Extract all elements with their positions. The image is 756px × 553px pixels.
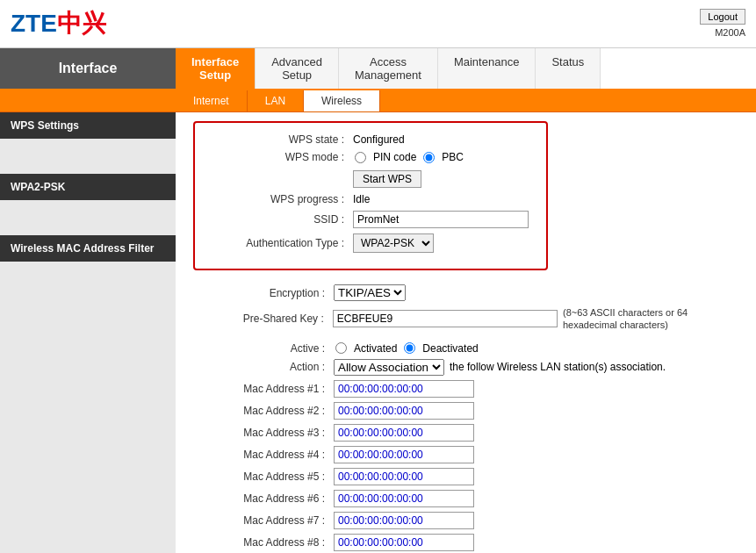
mac-activated-label: Activated [354, 342, 397, 355]
mac-address-7-row: Mac Address #7 : [193, 512, 738, 529]
mac-address-8-input[interactable] [334, 534, 474, 551]
psk-hint: (8~63 ASCII characters or 64 hexadecimal… [563, 306, 738, 332]
mac-action-suffix: the follow Wireless LAN station(s) assoc… [450, 361, 666, 373]
tab-maintenance[interactable]: Maintenance [438, 48, 536, 89]
psk-input[interactable] [333, 310, 558, 327]
encryption-label: Encryption : [193, 287, 334, 299]
wps-mode-row: WPS mode : PIN code PBC [212, 151, 529, 163]
mac-action-row: Action : Allow Association Deny Associat… [193, 359, 738, 376]
mac-address-4-input[interactable] [334, 446, 474, 463]
sidebar-content-mac [0, 262, 176, 437]
wps-progress-text: Idle [353, 193, 370, 205]
auth-type-label: Authentication Type : [212, 237, 353, 249]
ssid-row: SSID : [212, 211, 529, 228]
tab-interface-setup[interactable]: InterfaceSetup [176, 48, 256, 89]
psk-label: Pre-Shared Key : [193, 312, 333, 325]
mac-address-1-value [334, 380, 474, 398]
ssid-value [353, 211, 529, 228]
mac-address-6-row: Mac Address #6 : [193, 490, 738, 507]
mac-active-label: Active : [193, 342, 334, 355]
mac-address-5-input[interactable] [334, 468, 474, 485]
mac-address-1-row: Mac Address #1 : [193, 380, 738, 398]
start-wps-button[interactable]: Start WPS [353, 170, 421, 188]
mac-address-8-row: Mac Address #8 : [193, 534, 738, 551]
encryption-select[interactable]: TKIP/AES TKIP AES [334, 284, 406, 301]
mac-activated-radio[interactable] [335, 342, 347, 354]
wps-mode-pbc-label: PBC [442, 151, 464, 163]
mac-address-3-input[interactable] [334, 424, 474, 442]
ssid-label: SSID : [212, 213, 353, 226]
wps-mode-pbc-radio[interactable] [423, 152, 435, 163]
wps-mode-pin-radio[interactable] [355, 152, 366, 163]
start-wps-row: Start WPS [212, 169, 529, 188]
sub-tabs: Internet LAN Wireless [0, 90, 756, 112]
mac-address-6-value [334, 490, 474, 507]
mac-address-3-label: Mac Address #3 : [193, 427, 334, 439]
wps-settings-box: WPS state : Configured WPS mode : PIN co… [193, 121, 548, 270]
sidebar-section-wps: WPS Settings [0, 112, 176, 139]
wps-state-text: Configured [353, 133, 405, 146]
wps-mode-label: WPS mode : [212, 151, 353, 163]
mac-address-8-value [334, 534, 474, 551]
main: WPS Settings WPA2-PSK Wireless MAC Addre… [0, 112, 756, 553]
auth-type-row: Authentication Type : WPA2-PSK WPA-PSK W… [212, 233, 529, 253]
mac-address-2-row: Mac Address #2 : [193, 402, 738, 420]
nav-top: Interface InterfaceSetup AdvancedSetup A… [0, 48, 756, 90]
wps-state-row: WPS state : Configured [212, 133, 529, 146]
sidebar-content-wpa2 [0, 200, 176, 235]
mac-address-4-value [334, 446, 474, 463]
header-right: Logout M200A [700, 9, 745, 39]
subtab-lan[interactable]: LAN [248, 90, 304, 111]
sidebar: WPS Settings WPA2-PSK Wireless MAC Addre… [0, 112, 176, 553]
mac-action-select[interactable]: Allow Association Deny Association [334, 359, 444, 376]
wps-progress-label: WPS progress : [212, 193, 353, 205]
mac-address-2-label: Mac Address #2 : [193, 405, 334, 417]
auth-type-value: WPA2-PSK WPA-PSK WEP None [353, 233, 434, 253]
wpa2-section: Encryption : TKIP/AES TKIP AES Pre-Share… [193, 284, 738, 332]
tab-status[interactable]: Status [536, 48, 601, 89]
encryption-value: TKIP/AES TKIP AES [334, 284, 406, 301]
header: ZTE中兴 Logout M200A [0, 0, 756, 48]
mac-address-1-input[interactable] [334, 380, 474, 398]
mac-action-value: Allow Association Deny Association the f… [334, 359, 666, 376]
start-wps-value: Start WPS [353, 169, 421, 188]
wps-state-label: WPS state : [212, 133, 353, 146]
logout-button[interactable]: Logout [700, 9, 745, 25]
mac-address-6-input[interactable] [334, 490, 474, 507]
tab-advanced-setup[interactable]: AdvancedSetup [256, 48, 339, 89]
sidebar-section-mac: Wireless MAC Address Filter [0, 235, 176, 262]
wps-mode-pin-label: PIN code [373, 151, 416, 163]
wps-mode-value: PIN code PBC [353, 151, 464, 163]
mac-address-7-input[interactable] [334, 512, 474, 529]
mac-active-row: Active : Activated Deactivated [193, 342, 738, 355]
mac-address-4-label: Mac Address #4 : [193, 449, 334, 461]
mac-address-8-label: Mac Address #8 : [193, 536, 334, 549]
sidebar-section-wpa2: WPA2-PSK [0, 174, 176, 200]
subtab-internet[interactable]: Internet [176, 90, 248, 111]
tab-access-management[interactable]: AccessManagement [339, 48, 438, 89]
logo: ZTE中兴 [11, 7, 106, 40]
subtab-wireless[interactable]: Wireless [304, 90, 380, 111]
mac-address-5-value [334, 468, 474, 485]
mac-filter-section: Active : Activated Deactivated Action : … [193, 342, 738, 551]
mac-action-label: Action : [193, 361, 334, 373]
mac-address-5-row: Mac Address #5 : [193, 468, 738, 485]
wps-progress-row: WPS progress : Idle [212, 193, 529, 205]
mac-address-6-label: Mac Address #6 : [193, 492, 334, 505]
mac-deactivated-radio[interactable] [404, 342, 415, 354]
wps-state-value: Configured [353, 133, 405, 146]
mac-address-7-value [334, 512, 474, 529]
mac-address-3-value [334, 424, 474, 442]
encryption-row: Encryption : TKIP/AES TKIP AES [193, 284, 738, 301]
psk-row: Pre-Shared Key : (8~63 ASCII characters … [193, 306, 738, 332]
ssid-input[interactable] [353, 211, 529, 228]
mac-address-4-row: Mac Address #4 : [193, 446, 738, 463]
sidebar-content-wps [0, 139, 176, 174]
auth-type-select[interactable]: WPA2-PSK WPA-PSK WEP None [353, 233, 434, 253]
nav-left-label: Interface [0, 48, 176, 89]
mac-address-1-label: Mac Address #1 : [193, 383, 334, 395]
mac-active-value: Activated Deactivated [334, 342, 479, 355]
mac-address-3-row: Mac Address #3 : [193, 424, 738, 442]
mac-address-2-input[interactable] [334, 402, 474, 420]
mac-address-5-label: Mac Address #5 : [193, 470, 334, 483]
